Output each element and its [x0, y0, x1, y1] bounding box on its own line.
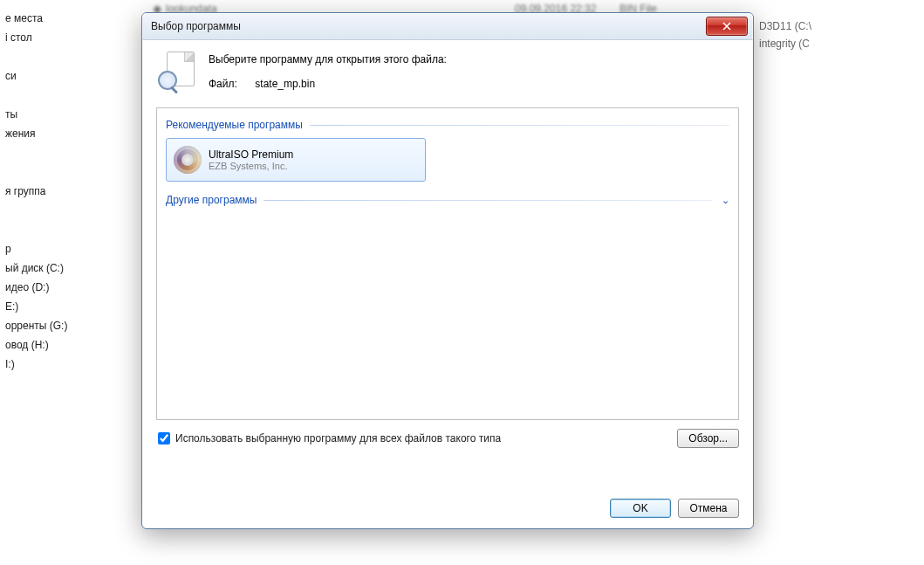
- sidebar-item[interactable]: ый диск (C:): [5, 258, 136, 278]
- dialog-titlebar[interactable]: Выбор программы: [142, 13, 753, 40]
- group-recommended[interactable]: Рекомендуемые программы: [166, 119, 729, 131]
- group-other-label: Другие программы: [166, 194, 257, 206]
- always-use-checkbox-text: Использовать выбранную программу для все…: [175, 432, 501, 444]
- group-other[interactable]: Другие программы ⌄: [166, 194, 729, 206]
- file-search-icon: [156, 52, 198, 93]
- open-with-dialog: Выбор программы Выберите программу для о…: [141, 12, 754, 529]
- group-recommended-label: Рекомендуемые программы: [166, 119, 303, 131]
- program-company: EZB Systems, Inc.: [209, 161, 293, 171]
- sidebar-item[interactable]: жения: [5, 124, 136, 143]
- sidebar-item[interactable]: орренты (G:): [5, 316, 136, 335]
- always-use-checkbox[interactable]: [158, 432, 170, 444]
- sidebar-item[interactable]: E:): [5, 297, 136, 316]
- cancel-button[interactable]: Отмена: [678, 499, 739, 518]
- sidebar-item[interactable]: идео (D:): [5, 278, 136, 297]
- ok-button[interactable]: OK: [610, 499, 671, 518]
- file-extra: D3D11 (C:\: [759, 20, 916, 32]
- sidebar-item[interactable]: е места: [5, 9, 136, 28]
- browse-button[interactable]: Обзор...: [677, 429, 739, 448]
- file-name: state_mp.bin: [255, 78, 315, 90]
- sidebar-item[interactable]: овод (H:): [5, 335, 136, 355]
- sidebar-item[interactable]: я группа: [5, 182, 136, 201]
- dialog-title: Выбор программы: [151, 20, 706, 32]
- close-button[interactable]: [706, 17, 748, 36]
- sidebar-item[interactable]: і стол: [5, 28, 136, 47]
- file-label: Файл:: [209, 78, 252, 90]
- sidebar-item[interactable]: I:): [5, 355, 136, 374]
- disc-icon: [174, 146, 202, 174]
- sidebar-item[interactable]: р: [5, 239, 136, 258]
- chevron-down-icon: ⌄: [717, 195, 729, 206]
- explorer-sidebar: е места і стол си ты жения я группа р ый…: [0, 9, 136, 374]
- program-name: UltraISO Premium: [209, 148, 293, 161]
- program-list: Рекомендуемые программы UltraISO Premium…: [156, 107, 739, 420]
- sidebar-item[interactable]: си: [5, 66, 136, 86]
- close-icon: [722, 22, 731, 31]
- sidebar-item[interactable]: ты: [5, 105, 136, 124]
- always-use-checkbox-label[interactable]: Использовать выбранную программу для все…: [156, 432, 501, 444]
- file-extra: integrity (C: [759, 38, 916, 50]
- program-item-ultraiso[interactable]: UltraISO Premium EZB Systems, Inc.: [166, 138, 426, 182]
- dialog-prompt: Выберите программу для открытия этого фа…: [209, 53, 739, 65]
